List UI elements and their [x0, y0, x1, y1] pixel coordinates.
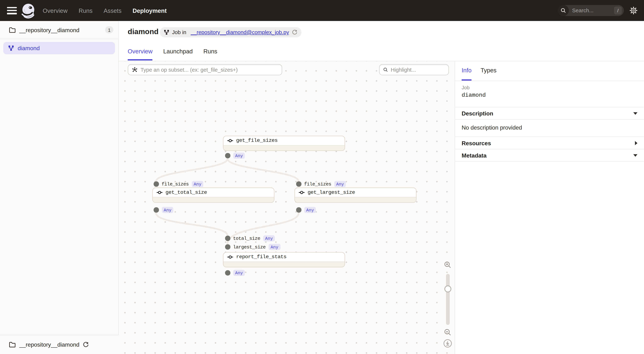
type-chip-any[interactable]: Any [263, 235, 275, 241]
port-label: largest_size [233, 244, 266, 250]
port-dot [296, 182, 301, 187]
header-divider [119, 61, 644, 61]
op-name: report_file_stats [236, 254, 286, 260]
sidebar-item-label: diamond [18, 45, 40, 51]
global-search[interactable]: / [558, 5, 624, 16]
port-label: file_sizes [162, 181, 189, 187]
op-icon [156, 190, 162, 195]
download-graph-icon[interactable] [443, 339, 452, 348]
type-chip-any[interactable]: Any [304, 207, 316, 213]
zoom-slider-track[interactable] [446, 274, 450, 325]
footer-repository-name: __repository__diamond [19, 341, 80, 348]
op-name: get_total_size [166, 190, 207, 196]
nav-links: Overview Runs Assets Deployment [43, 7, 167, 14]
op-icon [227, 255, 233, 259]
nav-item-runs[interactable]: Runs [78, 7, 92, 14]
op-subset-filter [128, 64, 282, 75]
search-shortcut-key: / [614, 7, 622, 14]
op-subset-input[interactable] [140, 67, 278, 73]
reload-icon[interactable] [292, 30, 297, 35]
panel-tabs: Info Types [462, 65, 496, 81]
port-dot [154, 182, 158, 187]
op-node-get-file-sizes[interactable]: get_file_sizes [223, 136, 345, 151]
page-title: diamond [128, 28, 158, 36]
tab-types[interactable]: Types [480, 65, 496, 81]
section-description[interactable]: Description [455, 107, 644, 119]
info-side-panel: Info Types Job diamond Description No de… [454, 61, 644, 354]
input-port-file-sizes-right: file_sizes Any [296, 181, 346, 187]
settings-gear-icon[interactable] [630, 7, 637, 14]
reload-repository-icon[interactable] [83, 342, 89, 347]
section-resources[interactable]: Resources [455, 137, 644, 149]
sidebar-item-diamond[interactable]: diamond [3, 42, 115, 54]
dagster-logo-icon[interactable] [20, 2, 36, 19]
search-input[interactable] [569, 8, 614, 14]
repository-row[interactable]: __repository__diamond 1 [0, 21, 118, 39]
section-title: Description [462, 110, 493, 117]
menu-icon[interactable] [7, 7, 17, 14]
op-config-strip [224, 262, 344, 267]
port-dot [225, 236, 230, 241]
op-config-strip [224, 145, 344, 151]
port-dot [225, 153, 230, 158]
app-window: Overview Runs Assets Deployment / [0, 0, 644, 354]
job-header: diamond Job in __repository__diamond@com… [119, 21, 644, 61]
job-value: diamond [462, 92, 486, 98]
input-port-largest-size: largest_size Any [225, 244, 280, 250]
type-chip-any[interactable]: Any [268, 244, 280, 250]
folder-icon [9, 27, 16, 33]
op-icon [298, 190, 305, 195]
top-navbar: Overview Runs Assets Deployment / [0, 0, 644, 21]
zoom-out-icon[interactable] [444, 328, 452, 336]
output-port-report-file-stats: Any [225, 270, 245, 276]
op-name: get_largest_size [308, 190, 355, 196]
nav-item-overview[interactable]: Overview [43, 7, 68, 14]
sidebar-footer: __repository__diamond [0, 335, 119, 354]
op-node-report-file-stats[interactable]: report_file_stats [223, 252, 345, 267]
zoom-in-icon[interactable] [444, 261, 452, 268]
type-chip-any[interactable]: Any [162, 207, 174, 213]
type-chip-any[interactable]: Any [334, 181, 346, 187]
tab-overview[interactable]: Overview [128, 47, 152, 60]
op-graph-canvas[interactable]: get_file_sizes Any file_sizes Any get_to… [119, 61, 454, 354]
highlight-input[interactable] [391, 67, 445, 73]
output-port-get-largest-size: Any [296, 207, 316, 213]
job-label: Job [462, 85, 486, 91]
type-chip-any[interactable]: Any [233, 270, 245, 276]
description-content: No description provided [455, 119, 644, 137]
folder-icon [9, 342, 16, 347]
repository-link[interactable]: __repository__diamond@complex_job.py [191, 29, 289, 35]
output-port-get-total-size: Any [154, 207, 173, 213]
nav-item-assets[interactable]: Assets [104, 7, 122, 14]
port-dot [154, 207, 158, 212]
section-title: Resources [462, 140, 491, 146]
op-name: get_file_sizes [236, 138, 278, 144]
port-dot [296, 207, 301, 212]
output-port-get-file-sizes: Any [225, 153, 245, 159]
port-dot [225, 244, 230, 249]
op-node-get-total-size[interactable]: get_total_size [152, 188, 274, 203]
nav-item-deployment[interactable]: Deployment [132, 7, 167, 14]
type-chip-any[interactable]: Any [192, 181, 204, 187]
job-tabs: Overview Launchpad Runs [128, 47, 217, 61]
tab-info[interactable]: Info [462, 65, 472, 81]
op-node-get-largest-size[interactable]: get_largest_size [294, 188, 416, 203]
tab-runs[interactable]: Runs [204, 47, 217, 60]
job-graph-icon [164, 30, 169, 35]
op-config-strip [153, 197, 274, 203]
port-label: total_size [233, 236, 260, 241]
section-metadata[interactable]: Metadata [455, 149, 644, 161]
search-icon [558, 5, 569, 16]
op-selector-icon [132, 67, 138, 73]
port-label: file_sizes [304, 181, 331, 187]
chevron-right-icon [635, 141, 638, 145]
zoom-slider-handle[interactable] [444, 285, 452, 292]
search-icon [383, 67, 388, 73]
section-title: Metadata [462, 152, 486, 158]
job-graph-icon [8, 45, 14, 51]
op-icon [227, 138, 233, 143]
type-chip-any[interactable]: Any [233, 153, 245, 159]
op-config-strip [295, 197, 416, 203]
tab-launchpad[interactable]: Launchpad [163, 47, 193, 60]
repository-name: __repository__diamond [19, 27, 105, 33]
